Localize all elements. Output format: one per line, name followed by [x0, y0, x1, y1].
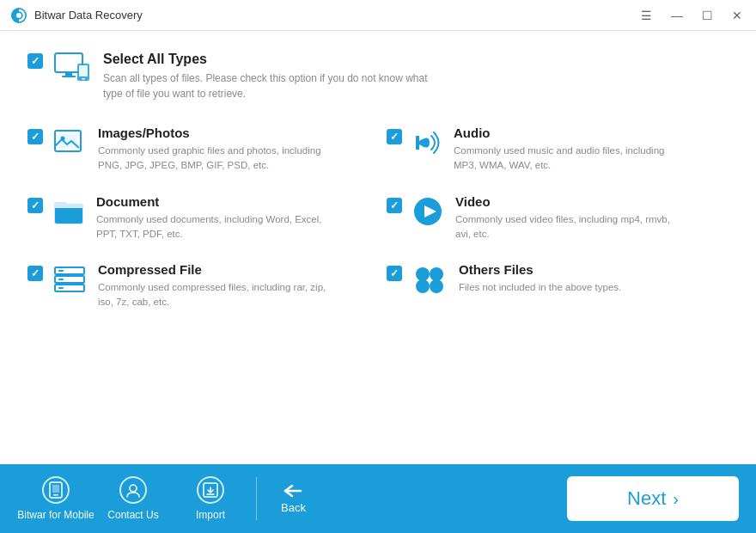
audio-checkbox[interactable] [387, 129, 402, 144]
minimize-button[interactable]: — [668, 8, 686, 23]
video-desc: Commonly used video files, including mp4… [455, 212, 687, 242]
compressed-icon [53, 264, 86, 295]
back-button[interactable]: Back [264, 477, 323, 521]
svg-rect-7 [82, 78, 85, 80]
select-all-row: Select All Types Scan all types of files… [27, 52, 729, 101]
svg-rect-4 [62, 76, 76, 77]
audio-desc: Commonly used music and audio files, inc… [454, 144, 686, 174]
svg-rect-17 [58, 279, 64, 280]
others-desc: Files not included in the above types. [459, 280, 621, 295]
select-all-checkbox[interactable] [27, 53, 43, 69]
svg-rect-6 [79, 65, 88, 77]
svg-rect-24 [53, 494, 58, 496]
document-desc: Commonly used documents, including Word,… [96, 212, 328, 242]
type-item-video: Video Commonly used video files, includi… [387, 194, 729, 242]
next-arrow-icon: › [673, 489, 679, 509]
images-desc: Commonly used graphic files and photos, … [98, 144, 330, 174]
video-label: Video [455, 194, 687, 209]
mobile-icon [42, 476, 70, 504]
contact-label: Contact Us [107, 509, 158, 521]
document-icon [53, 196, 84, 227]
import-button[interactable]: Import [172, 469, 249, 528]
type-item-audio: Audio Commonly used music and audio file… [387, 126, 729, 174]
document-label: Document [96, 194, 328, 209]
menu-button[interactable]: ☰ [637, 8, 655, 23]
type-item-others: Others Files Files not included in the a… [387, 262, 729, 310]
type-item-compressed: Compressed File Commonly used compressed… [27, 262, 369, 310]
others-checkbox[interactable] [387, 266, 402, 281]
document-checkbox[interactable] [27, 198, 43, 213]
svg-point-21 [416, 279, 430, 293]
images-checkbox[interactable] [27, 129, 43, 144]
compressed-checkbox[interactable] [27, 266, 43, 281]
svg-point-26 [130, 485, 137, 492]
next-label: Next [627, 487, 666, 510]
back-label: Back [281, 501, 306, 514]
contact-button[interactable]: Contact Us [94, 469, 172, 528]
type-item-document: Document Commonly used documents, includ… [27, 194, 369, 242]
svg-point-22 [430, 279, 443, 293]
close-button[interactable]: ✕ [729, 8, 746, 23]
app-logo [10, 7, 27, 24]
contact-icon [119, 476, 147, 504]
mobile-button[interactable]: Bitwar for Mobile [17, 469, 94, 528]
mobile-label: Bitwar for Mobile [17, 509, 94, 521]
title-bar: Bitwar Data Recovery ☰ — ☐ ✕ [0, 0, 756, 31]
bottom-bar: Bitwar for Mobile Contact Us Import [0, 464, 756, 533]
window-controls: ☰ — ☐ ✕ [637, 8, 746, 23]
others-icon [412, 264, 447, 295]
svg-rect-16 [58, 270, 64, 272]
svg-point-19 [416, 267, 430, 281]
select-all-label: Select All Types [103, 52, 430, 67]
compressed-desc: Commonly used compressed files, includin… [98, 280, 330, 310]
svg-rect-25 [52, 485, 59, 493]
svg-rect-9 [58, 134, 77, 148]
app-title: Bitwar Data Recovery [34, 9, 637, 21]
svg-rect-18 [58, 287, 64, 289]
type-item-images: Images/Photos Commonly used graphic file… [27, 126, 369, 174]
images-label: Images/Photos [98, 126, 330, 140]
maximize-button[interactable]: ☐ [698, 8, 716, 23]
audio-label: Audio [454, 126, 686, 140]
next-button[interactable]: Next › [567, 476, 739, 521]
svg-point-1 [16, 13, 21, 18]
svg-point-20 [430, 267, 443, 281]
images-icon [53, 127, 86, 156]
video-icon [412, 196, 443, 227]
others-label: Others Files [459, 262, 621, 277]
compressed-label: Compressed File [98, 262, 330, 277]
video-checkbox[interactable] [387, 198, 402, 213]
select-all-icon [53, 52, 91, 83]
file-type-grid: Images/Photos Commonly used graphic file… [27, 126, 729, 310]
select-all-desc: Scan all types of files. Please check th… [103, 70, 430, 101]
main-content: Select All Types Scan all types of files… [0, 31, 756, 464]
bottom-actions: Bitwar for Mobile Contact Us Import [17, 469, 323, 528]
bottom-divider [256, 477, 257, 520]
svg-rect-3 [65, 72, 72, 76]
import-icon [197, 476, 224, 504]
audio-icon [412, 127, 442, 158]
import-label: Import [196, 509, 225, 521]
